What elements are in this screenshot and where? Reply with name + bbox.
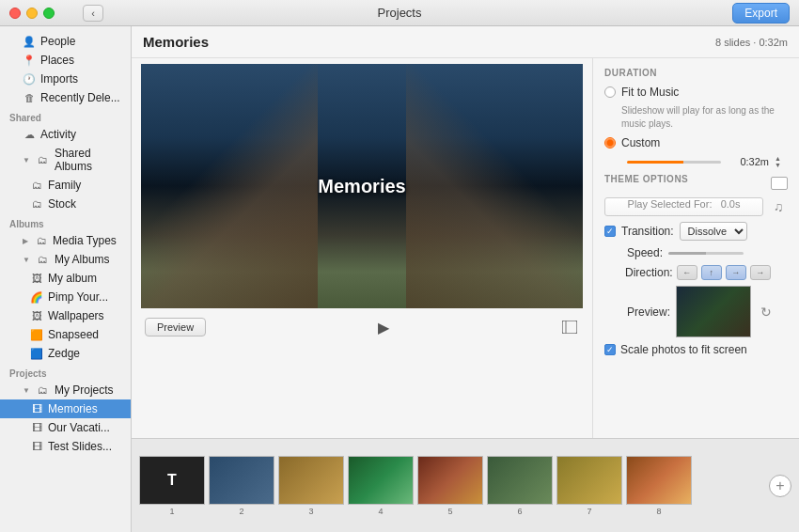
expand-icon[interactable] [560,318,579,336]
sidebar-item-memories[interactable]: 🎞 Memories [0,399,131,418]
svg-rect-0 [562,321,577,334]
add-slide-button[interactable]: + [769,475,791,497]
theme-options-icon[interactable] [771,177,788,190]
film-label-7: 7 [587,507,591,516]
sidebar-item-zedge[interactable]: 🟦 Zedge [0,344,131,363]
transition-label: Transition: [621,225,674,238]
film-label-3: 3 [308,507,313,516]
pimp-icon: 🌈 [30,290,43,304]
music-icon[interactable]: ♫ [769,197,788,216]
film-img-7 [556,456,622,505]
theme-options-header: THEME OPTIONS [604,174,788,192]
film-thumb-2[interactable]: 2 [209,456,274,516]
albums-section-label: Albums [0,213,131,231]
direction-btn-up[interactable]: ↑ [701,265,722,280]
film-thumb-1[interactable]: T 1 [139,456,205,516]
sidebar-item-family[interactable]: 🗂 Family [0,176,131,195]
scale-label: Scale photos to fit screen [620,343,747,356]
play-button[interactable]: ▶ [213,314,553,340]
custom-radio[interactable] [604,137,616,149]
video-panel: Memories Preview ▶ [132,58,592,438]
film-thumb-3[interactable]: 3 [278,456,344,516]
filmstrip: T 1 2 3 4 5 6 [132,438,799,532]
duration-stepper[interactable]: ▲ ▼ [775,155,788,168]
speed-label: Speed: [627,246,663,259]
window-title: Projects [378,6,422,20]
video-controls: Preview ▶ [141,308,583,346]
film-label-5: 5 [447,507,452,516]
sidebar-item-shared-albums[interactable]: ▼ 🗂 Shared Albums [0,144,131,176]
film-thumb-7[interactable]: 7 [556,456,622,516]
film-thumb-8[interactable]: 8 [626,456,692,516]
sidebar-item-our-vacation[interactable]: 🎞 Our Vacati... [0,418,131,437]
sidebar-item-my-projects[interactable]: ▼ 🗂 My Projects [0,381,131,399]
preview-button[interactable]: Preview [145,318,206,336]
sidebar-label-my-projects: My Projects [55,383,114,397]
sidebar-item-imports[interactable]: 🕐 Imports [0,70,131,88]
preview-thumb-bg [677,287,750,336]
right-panel: DURATION Fit to Music Slideshow will pla… [592,58,799,438]
sidebar-label-zedge: Zedge [48,347,80,360]
film-label-8: 8 [656,507,661,516]
video-path-left [141,64,318,308]
main-layout: 👤 People 📍 Places 🕐 Imports 🗑 Recently D… [0,26,799,532]
film-label-6: 6 [517,507,522,516]
sidebar-item-test-slides[interactable]: 🎞 Test Slides... [0,437,131,456]
maximize-button[interactable] [43,8,55,19]
shared-section-label: Shared [0,107,131,125]
sidebar-item-recently-deleted[interactable]: 🗑 Recently Dele... [0,88,131,107]
sidebar-label-my-albums: My Albums [55,253,110,266]
sidebar-item-my-albums[interactable]: ▼ 🗂 My Albums [0,250,131,269]
preview-row: Preview: ↻ [604,286,788,337]
sidebar-item-snapseed[interactable]: 🟧 Snapseed [0,325,131,344]
snapseed-icon: 🟧 [30,328,43,341]
sidebar-label-pimp-your: Pimp Your... [48,290,108,304]
sidebar-label-media-types: Media Types [53,234,117,247]
video-container: Memories [141,64,583,308]
direction-btn-left[interactable]: ← [677,265,697,280]
film-thumb-5[interactable]: 5 [417,456,483,516]
film-img-2 [209,456,274,505]
sidebar-item-stock[interactable]: 🗂 Stock [0,195,131,213]
sidebar-item-wallpapers[interactable]: 🖼 Wallpapers [0,306,131,325]
close-button[interactable] [9,8,21,19]
titlebar: ‹ Projects Export [0,0,799,26]
sidebar-item-activity[interactable]: ☁ Activity [0,125,131,144]
sidebar-label-imports: Imports [40,72,78,86]
film-icon-3: 🎞 [30,440,43,453]
cloud-icon: ☁ [23,128,36,141]
back-button[interactable]: ‹ [83,5,103,22]
sidebar-item-people[interactable]: 👤 People [0,32,131,51]
fit-to-music-radio[interactable] [604,86,616,98]
preview-thumbnail [676,286,751,337]
scale-checkbox[interactable]: ✓ [604,344,616,355]
play-selected-for-input[interactable]: Play Selected For: 0.0s [604,197,763,216]
direction-row: Direction: ← ↑ → → [604,265,788,280]
direction-btn-right[interactable]: → [726,265,746,280]
film-label-4: 4 [378,507,383,516]
refresh-icon[interactable]: ↻ [757,303,776,321]
film-thumb-4[interactable]: 4 [348,456,414,516]
transition-checkbox-wrap: ✓ [604,226,616,237]
custom-value: 0:32m [727,156,769,167]
trash-icon: 🗑 [23,91,36,104]
content-area: Memories 8 slides · 0:32m Memories Previ… [132,26,799,532]
film-label-1: 1 [169,507,174,516]
zedge-icon: 🟦 [30,347,43,360]
sidebar-item-places[interactable]: 📍 Places [0,51,131,70]
transition-select[interactable]: Dissolve None Fade Slide [680,222,747,241]
pin-icon: 📍 [23,54,36,67]
minimize-button[interactable] [26,8,38,19]
film-thumb-6[interactable]: 6 [487,456,553,516]
play-selected-value: 0.0s [721,198,741,210]
sidebar-item-pimp-your[interactable]: 🌈 Pimp Your... [0,288,131,306]
duration-slider[interactable] [627,161,721,164]
transition-checkbox[interactable]: ✓ [604,226,616,237]
direction-btn-down[interactable]: → [750,265,771,280]
sidebar-item-my-album[interactable]: 🖼 My album [0,269,131,288]
speed-slider[interactable] [668,252,744,255]
sidebar-item-media-types[interactable]: ▶ 🗂 Media Types [0,231,131,250]
sidebar-label-stock: Stock [48,197,76,211]
export-button[interactable]: Export [732,3,790,23]
sidebar-label-our-vacation: Our Vacati... [48,421,110,434]
